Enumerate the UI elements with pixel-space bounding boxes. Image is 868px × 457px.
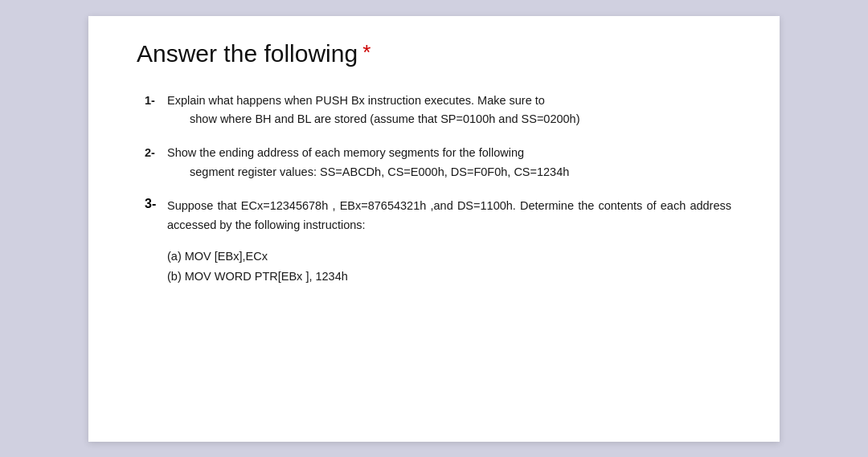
question-3: 3- Suppose that ECx=12345678h , EBx=8765… — [145, 197, 731, 286]
question-1: 1- Explain what happens when PUSH Bx ins… — [145, 92, 731, 130]
q1-main: Explain what happens when PUSH Bx instru… — [167, 94, 545, 107]
q1-text: Explain what happens when PUSH Bx instru… — [167, 92, 580, 130]
q3-sub-a: (a) MOV [EBx],ECx — [167, 247, 731, 267]
q3-sub-b: (b) MOV WORD PTR[EBx ], 1234h — [167, 267, 731, 287]
q3-sub-questions: (a) MOV [EBx],ECx (b) MOV WORD PTR[EBx ]… — [145, 247, 731, 286]
q3-number: 3- — [145, 197, 167, 211]
q2-cont: segment register values: SS=ABCDh, CS=E0… — [167, 163, 569, 182]
q2-main: Show the ending address of each memory s… — [167, 146, 524, 159]
q1-number: 1- — [145, 92, 167, 110]
page-card: Answer the following * 1- Explain what h… — [88, 16, 780, 442]
title-row: Answer the following * — [137, 40, 731, 67]
q2-text: Show the ending address of each memory s… — [167, 144, 569, 182]
required-star: * — [362, 40, 371, 65]
q2-number: 2- — [145, 144, 167, 162]
page-title: Answer the following — [137, 40, 358, 67]
questions-container: 1- Explain what happens when PUSH Bx ins… — [137, 92, 731, 287]
q1-cont: show where BH and BL are stored (assume … — [167, 110, 580, 129]
question-2: 2- Show the ending address of each memor… — [145, 144, 731, 182]
q3-text: Suppose that ECx=12345678h , EBx=8765432… — [167, 197, 731, 235]
